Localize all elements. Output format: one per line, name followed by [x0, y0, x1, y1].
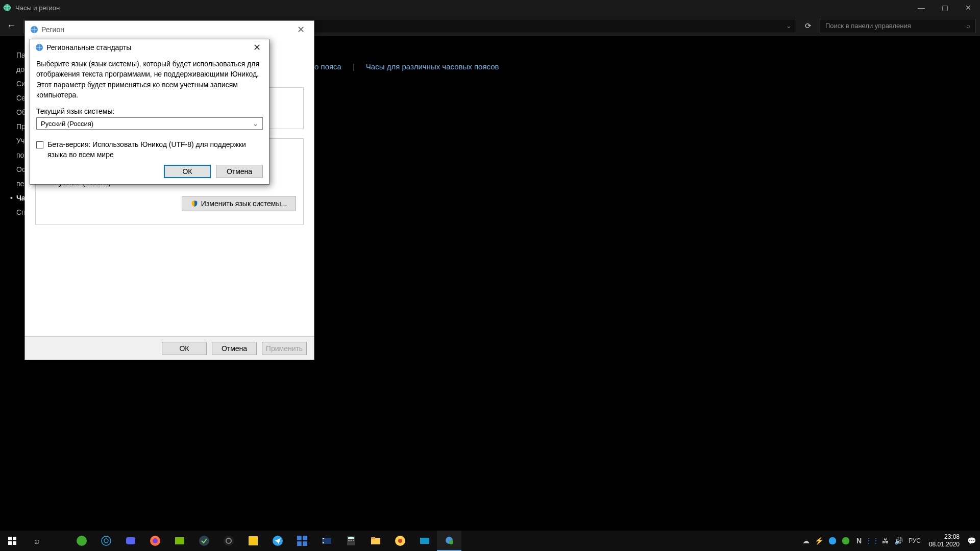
svg-rect-11: [126, 537, 135, 544]
tray-language[interactable]: РУС: [905, 531, 924, 551]
change-system-locale-button[interactable]: Изменить язык системы...: [182, 196, 296, 211]
tray-torrent-icon[interactable]: [839, 531, 852, 551]
svg-rect-31: [353, 540, 354, 541]
dialog-footer-buttons: ОК Отмена: [36, 165, 263, 178]
chevron-down-icon[interactable]: ⌄: [786, 22, 792, 30]
taskbar-app-15[interactable]: [412, 531, 437, 551]
taskbar-app-player[interactable]: [241, 531, 265, 551]
cancel-button[interactable]: Отмена: [216, 165, 263, 178]
svg-point-10: [104, 539, 108, 543]
svg-rect-18: [249, 536, 258, 545]
svg-point-13: [153, 538, 158, 543]
tray-bluetooth-icon[interactable]: ⋮⋮: [866, 531, 879, 551]
taskbar-app-video[interactable]: [314, 531, 339, 551]
dialog-title: Региональные стандарты: [46, 43, 131, 52]
sidebar-item[interactable]: Уч: [0, 134, 24, 148]
left-sidebar: Па до Си Се Об Пр Уч по Ос пе Ча Сп: [0, 37, 24, 531]
tray-clock[interactable]: 23:08 08.01.2020: [924, 533, 965, 548]
taskbar-app-region-active[interactable]: [437, 531, 461, 551]
link-separator: |: [353, 62, 355, 71]
tray-bolt-icon[interactable]: ⚡: [813, 531, 826, 551]
svg-rect-7: [13, 541, 16, 545]
dialog-title: Регион: [41, 26, 64, 34]
cancel-button[interactable]: Отмена: [212, 342, 257, 355]
start-button[interactable]: [0, 531, 24, 551]
sidebar-item[interactable]: Ос: [0, 162, 24, 177]
svg-rect-26: [323, 542, 324, 543]
search-box[interactable]: Поиск в панели управления ⌕: [820, 19, 976, 33]
window-controls: — ▢ ✕: [910, 0, 980, 15]
globe-icon: [30, 26, 38, 34]
globe-icon: [35, 43, 43, 52]
tray-volume-icon[interactable]: 🔊: [892, 531, 905, 551]
dialog-titlebar[interactable]: Региональные стандарты ✕: [30, 39, 269, 56]
tray-network-icon[interactable]: 🖧: [879, 531, 892, 551]
tray-telegram-icon[interactable]: [826, 531, 839, 551]
locale-select-value: Русский (Россия): [41, 120, 93, 128]
dialog-titlebar[interactable]: Регион ✕: [25, 21, 314, 38]
window-title: Часы и регион: [15, 4, 60, 12]
window-titlebar[interactable]: Часы и регион — ▢ ✕: [0, 0, 980, 15]
globe-icon: [3, 4, 11, 12]
svg-rect-20: [297, 536, 302, 540]
svg-rect-23: [303, 541, 307, 546]
taskbar-app-6[interactable]: [192, 531, 216, 551]
locale-select[interactable]: Русский (Россия) ⌄: [36, 117, 263, 130]
taskbar-app-torrent[interactable]: [69, 531, 94, 551]
taskbar-app-10[interactable]: [290, 531, 314, 551]
utf8-beta-checkbox[interactable]: Бета-версия: Использовать Юникод (UTF-8)…: [36, 140, 263, 160]
svg-rect-29: [348, 540, 350, 541]
link-timezone-tail[interactable]: о пояса: [314, 62, 341, 71]
current-locale-label: Текущий язык системы:: [36, 107, 263, 115]
taskbar-search-icon[interactable]: ⌕: [24, 531, 49, 551]
maximize-button[interactable]: ▢: [933, 0, 957, 15]
svg-rect-30: [351, 540, 352, 541]
close-icon[interactable]: ✕: [250, 41, 264, 54]
svg-point-35: [398, 539, 402, 543]
close-button[interactable]: ✕: [957, 0, 980, 15]
taskbar-app-telegram[interactable]: [265, 531, 290, 551]
sidebar-item[interactable]: Па: [0, 48, 24, 62]
svg-rect-5: [13, 537, 16, 540]
back-button[interactable]: ←: [4, 19, 18, 33]
system-tray: ☁ ⚡ N ⋮⋮ 🖧 🔊 РУС 23:08 08.01.2020 💬: [799, 531, 980, 551]
minimize-button[interactable]: —: [910, 0, 933, 15]
chevron-down-icon: ⌄: [253, 120, 258, 128]
tray-cloud-icon[interactable]: ☁: [799, 531, 813, 551]
taskbar-app-2[interactable]: [94, 531, 118, 551]
taskbar-app-discord[interactable]: [118, 531, 143, 551]
close-icon[interactable]: ✕: [293, 23, 309, 36]
locale-description: Выберите язык (язык системы), который бу…: [36, 59, 263, 100]
svg-rect-4: [8, 537, 12, 540]
sidebar-item[interactable]: Се: [0, 91, 24, 105]
ok-button[interactable]: ОК: [162, 342, 207, 355]
taskbar-app-yandex[interactable]: [388, 531, 412, 551]
svg-rect-14: [175, 537, 184, 544]
link-world-clocks[interactable]: Часы для различных часовых поясов: [366, 62, 499, 71]
svg-point-9: [102, 536, 111, 545]
ok-button[interactable]: ОК: [164, 165, 211, 178]
sidebar-item[interactable]: по: [0, 148, 24, 162]
taskbar-app-explorer[interactable]: [363, 531, 388, 551]
taskbar-app-firefox[interactable]: [143, 531, 167, 551]
sidebar-item[interactable]: Си: [0, 77, 24, 91]
tray-n-icon[interactable]: N: [852, 531, 866, 551]
sidebar-item-active[interactable]: Ча: [0, 191, 24, 205]
sidebar-item[interactable]: Сп: [0, 205, 24, 219]
taskbar-app-calculator[interactable]: [339, 531, 363, 551]
taskbar-app-nvidia[interactable]: [167, 531, 192, 551]
taskbar: ⌕: [0, 531, 980, 551]
sidebar-item[interactable]: Об: [0, 105, 24, 119]
refresh-button[interactable]: ⟳: [800, 19, 816, 33]
sidebar-item[interactable]: пе: [0, 177, 24, 191]
sidebar-item[interactable]: Пр: [0, 119, 24, 134]
svg-point-40: [842, 537, 850, 545]
svg-point-15: [199, 536, 209, 546]
svg-point-39: [829, 537, 837, 545]
taskbar-app-obs[interactable]: [216, 531, 241, 551]
sidebar-item[interactable]: до: [0, 62, 24, 77]
tray-notifications-icon[interactable]: 💬: [965, 531, 978, 551]
header-links: о пояса | Часы для различных часовых поя…: [314, 62, 499, 71]
checkbox-box[interactable]: [36, 141, 43, 148]
globe-icon: [445, 536, 453, 544]
